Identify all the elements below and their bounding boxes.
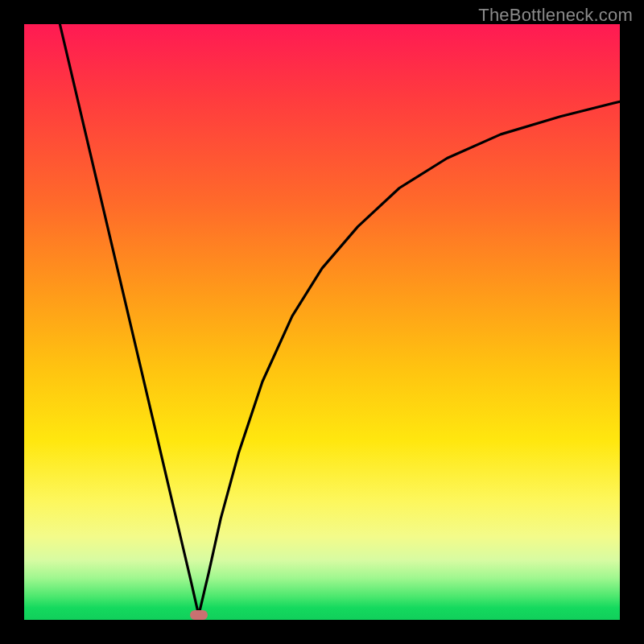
watermark-text: TheBottleneck.com	[478, 5, 633, 26]
chart-frame: TheBottleneck.com	[0, 0, 644, 644]
plot-area	[24, 24, 620, 620]
optimum-marker	[190, 610, 208, 620]
bottleneck-curve	[24, 24, 620, 620]
curve-path	[60, 24, 620, 615]
